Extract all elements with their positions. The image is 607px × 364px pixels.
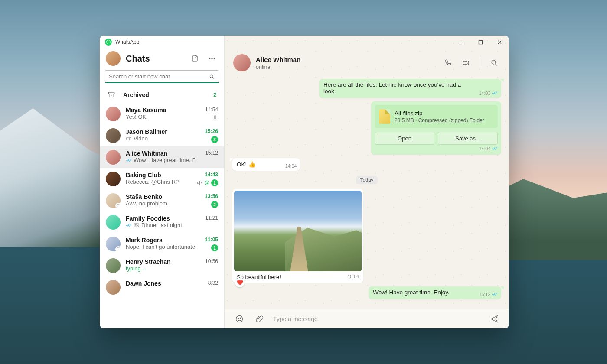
file-save-button[interactable]: Save as... — [438, 132, 498, 145]
archived-label: Archived — [123, 91, 149, 98]
chat-preview: Aww no problem. — [126, 200, 195, 207]
conversation-pane: Alice Whitman online Here are all the fi… — [225, 36, 509, 328]
chat-preview: typing… — [126, 265, 195, 272]
status-ring-icon — [115, 246, 121, 251]
svg-point-10 — [135, 224, 136, 225]
svg-point-8 — [117, 204, 120, 208]
chat-time: 8:32 — [208, 280, 218, 286]
voice-call-button[interactable] — [442, 57, 454, 69]
conversation-header[interactable]: Alice Whitman online — [225, 49, 509, 77]
svg-point-3 — [214, 58, 215, 59]
archive-icon — [108, 91, 115, 99]
chat-item-henry[interactable]: Henry Strachan typing… 10:56 — [100, 255, 224, 276]
svg-point-16 — [238, 318, 239, 318]
read-ticks-icon — [492, 146, 498, 151]
message-in[interactable]: OK! 👍 14:04 — [232, 158, 300, 171]
search-input[interactable] — [105, 70, 219, 83]
chat-preview: Video — [126, 135, 195, 142]
image-icon — [134, 222, 140, 228]
video-icon — [126, 136, 132, 142]
chat-item-stasa[interactable]: Staša Benko Aww no problem. 13:56 2 — [100, 190, 224, 211]
search-icon — [209, 74, 215, 80]
chat-name: Jason Ballmer — [126, 128, 195, 135]
unread-badge: 2 — [211, 201, 218, 208]
svg-rect-12 — [479, 40, 482, 44]
chat-preview: Yes! OK — [126, 114, 195, 120]
chat-preview: Dinner last night! — [126, 222, 195, 228]
chat-item-dawn[interactable]: Dawn Jones 8:32 — [100, 276, 224, 298]
more-menu-button[interactable] — [206, 52, 218, 65]
chat-time: 11:05 — [205, 237, 218, 243]
chat-item-baking-club[interactable]: Baking Club Rebecca: @Chris R? 14:43 1 — [100, 168, 224, 190]
chat-preview: Rebecca: @Chris R? — [126, 179, 191, 185]
chat-preview: Nope. I can't go unfortunately. — [126, 244, 195, 250]
send-button[interactable] — [488, 313, 500, 325]
svg-point-17 — [240, 318, 241, 318]
titlebar: WhatsApp — [100, 36, 224, 49]
chat-item-maya[interactable]: Maya Kasuma Yes! OK 14:54 — [100, 103, 224, 125]
svg-point-11 — [117, 247, 120, 251]
avatar — [106, 150, 121, 165]
message-composer: Type a message — [225, 309, 509, 328]
svg-point-15 — [236, 315, 243, 322]
chat-time: 14:43 — [205, 172, 218, 178]
minimize-button[interactable] — [452, 36, 471, 49]
chat-list[interactable]: Maya Kasuma Yes! OK 14:54 Jason Ballmer … — [100, 103, 224, 328]
file-open-button[interactable]: Open — [375, 132, 434, 145]
whatsapp-logo-icon — [105, 39, 112, 46]
message-list[interactable]: Here are all the files. Let me know once… — [225, 77, 509, 309]
chat-item-family-foodies[interactable]: Family Foodies Dinner last night! 11:21 — [100, 211, 224, 233]
read-ticks-icon — [126, 157, 132, 163]
chat-item-jason[interactable]: Jason Ballmer Video 15:26 3 — [100, 125, 224, 146]
unread-badge: 1 — [211, 244, 218, 251]
chat-name: Family Foodies — [126, 215, 195, 222]
attach-button[interactable] — [253, 313, 265, 325]
avatar — [106, 172, 121, 186]
muted-icon — [196, 180, 202, 186]
chats-title: Chats — [126, 54, 183, 64]
contact-status: online — [256, 64, 300, 70]
read-ticks-icon — [492, 292, 498, 296]
message-time: 14:03 — [479, 91, 498, 96]
message-time: 14:04 — [285, 163, 297, 169]
chat-time: 11:21 — [205, 215, 218, 221]
svg-point-7 — [206, 182, 208, 184]
video-call-button[interactable] — [460, 57, 472, 69]
status-ring-icon — [115, 203, 121, 208]
message-out[interactable]: Wow! Have great time. Enjoy. 15:12 — [369, 286, 501, 299]
archived-row[interactable]: Archived 2 — [100, 87, 224, 103]
chat-preview: Wow! Have great time. Enjoy. — [126, 157, 195, 163]
chat-item-mark[interactable]: Mark Rogers Nope. I can't go unfortunate… — [100, 233, 224, 255]
maximize-button[interactable] — [471, 36, 490, 49]
chat-item-alice[interactable]: Alice Whitman Wow! Have great time. Enjo… — [100, 146, 224, 168]
avatar — [106, 215, 121, 230]
contact-name: Alice Whitman — [256, 56, 300, 63]
message-text: Wow! Have great time. Enjoy. — [373, 289, 476, 296]
svg-point-2 — [212, 58, 212, 59]
message-text: Here are all the files. Let me know once… — [323, 81, 461, 94]
svg-point-4 — [210, 75, 213, 78]
new-chat-button[interactable] — [189, 52, 201, 65]
contact-avatar[interactable] — [233, 54, 251, 72]
unread-badge: 1 — [211, 179, 218, 186]
message-file-attachment[interactable]: All-files.zip 23.5 MB · Compressed (zipp… — [371, 101, 501, 155]
window-controls — [452, 36, 509, 49]
chat-name: Henry Strachan — [126, 258, 195, 265]
reaction-heart-icon[interactable]: ❤️ — [235, 278, 245, 287]
chat-name: Mark Rogers — [126, 237, 195, 244]
search-field[interactable] — [109, 73, 206, 80]
message-text: OK! 👍 — [237, 161, 282, 168]
message-out[interactable]: Here are all the files. Let me know once… — [319, 79, 501, 98]
avatar — [106, 258, 121, 273]
chat-time: 15:26 — [205, 128, 218, 134]
composer-input[interactable]: Type a message — [273, 315, 480, 322]
chat-name: Alice Whitman — [126, 150, 195, 157]
search-in-chat-button[interactable] — [488, 57, 500, 69]
message-time: 15:06 — [348, 274, 359, 280]
my-avatar[interactable] — [106, 51, 121, 66]
emoji-button[interactable] — [233, 313, 245, 325]
photo-thumbnail[interactable] — [234, 191, 362, 271]
message-photo[interactable]: So beautiful here! 15:06 ❤️ — [232, 189, 363, 283]
chat-time: 15:12 — [205, 150, 218, 156]
close-button[interactable] — [490, 36, 509, 49]
